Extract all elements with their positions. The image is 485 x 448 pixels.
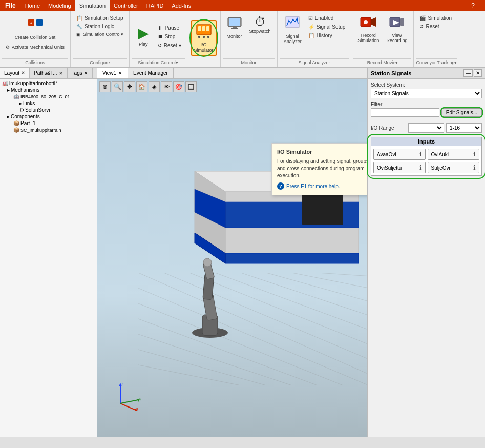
pause-button[interactable]: ⏸ Pause <box>155 24 184 32</box>
tree-solun[interactable]: ⚙ SolunSorvi <box>1 107 96 113</box>
ribbon-monitor: Monitor ⏱ Stopwatch Monitor <box>221 11 278 67</box>
robot-arm <box>179 248 246 340</box>
collisions-buttons: + Create Collision Set ⚙ Activate Mechan… <box>2 12 68 58</box>
enabled-button[interactable]: ☑ Enabled <box>306 14 348 22</box>
tab-layout[interactable]: Layout ✕ <box>0 68 30 78</box>
tree-links[interactable]: ▸ Links <box>1 100 96 107</box>
tab-layout-close[interactable]: ✕ <box>21 70 25 75</box>
simulation-btn2[interactable]: 🎬 Simulation <box>417 14 454 22</box>
view-recording-icon <box>389 15 405 33</box>
menu-modeling[interactable]: Modeling <box>44 0 75 11</box>
monitor-icon <box>227 15 242 34</box>
viewport-btn2[interactable]: 🔍 <box>112 81 123 92</box>
io-simulator-button[interactable]: I/OSimulator <box>191 20 217 56</box>
tab-event-manager[interactable]: Event Manager <box>128 68 174 78</box>
ribbon-io: I/OSimulator <box>187 11 221 67</box>
main-area: Layout ✕ Paths&T... ✕ Tags ✕ 🏭 imukuppit… <box>0 68 485 437</box>
viewport-btn7[interactable]: 🎯 <box>173 81 184 92</box>
menu-file[interactable]: File <box>0 0 21 11</box>
view1-close[interactable]: ✕ <box>118 71 122 76</box>
signal-buttons: SignalAnalyzer ☑ Enabled ⚡ Signal Setup … <box>280 12 349 58</box>
monitor-button[interactable]: Monitor <box>224 13 245 41</box>
create-collision-set-button[interactable]: + Create Collision Set <box>12 13 59 43</box>
stop-button[interactable]: ⏹ Stop <box>155 33 184 40</box>
tree-sc[interactable]: 📦 SC_Imukuppitarrain <box>1 127 96 133</box>
system-select[interactable]: Station Signals <box>371 89 482 98</box>
avaa-ovi-button[interactable]: AvaaOvi ℹ <box>373 149 426 160</box>
help-icon[interactable]: ? <box>471 2 475 9</box>
activate-mechanical-button[interactable]: ⚙ Activate Mechanical Units <box>3 44 67 51</box>
view-recording-button[interactable]: ViewRecording <box>383 13 410 45</box>
menu-controller[interactable]: Controller <box>110 0 142 11</box>
tree-components[interactable]: ▸ Components <box>1 113 96 120</box>
tab-paths[interactable]: Paths&T... ✕ <box>30 68 68 78</box>
signal-setup-button[interactable]: ⚡ Signal Setup <box>306 23 348 31</box>
reset-btn2[interactable]: ↺ Reset <box>417 23 454 30</box>
menu-add-ins[interactable]: Add-Ins <box>167 0 195 11</box>
inputs-header: Inputs <box>371 137 481 146</box>
history-button[interactable]: 📋 History <box>306 32 348 39</box>
monitor-label: Monitor <box>223 58 275 66</box>
viewport[interactable]: I/O Simulator For displaying and setting… <box>97 79 367 437</box>
right-panel: Station Signals — ✕ Select System: Stati… <box>367 68 485 437</box>
stop-icon: ⏹ <box>158 34 163 39</box>
ovi-auki-button[interactable]: OviAuki ℹ <box>428 149 480 160</box>
edit-signals-button[interactable]: Edit Signals... <box>441 108 482 117</box>
io-wrap: I/OSimulator <box>191 20 217 56</box>
simulation-setup-button[interactable]: 📋 Simulation Setup <box>74 14 126 22</box>
play-button[interactable]: ▶ Play <box>133 23 154 49</box>
reset-button[interactable]: ↺ Reset ▾ <box>155 42 184 49</box>
tree-mechanisms[interactable]: ▸ Mechanisms <box>1 87 96 93</box>
viewport-btn4[interactable]: 🏠 <box>136 81 147 92</box>
sim-control-button[interactable]: ▣ Simulation Control▾ <box>74 31 126 38</box>
svg-line-26 <box>266 273 367 309</box>
minimize-icon[interactable]: — <box>477 2 483 9</box>
stopwatch-button[interactable]: ⏱ Stopwatch <box>246 13 274 36</box>
avaa-ovi-icon: ℹ <box>419 151 422 158</box>
viewport-btn6[interactable]: 👁 <box>161 81 172 92</box>
signal-col: ☑ Enabled ⚡ Signal Setup 📋 History <box>306 13 348 39</box>
io-range-filter-select[interactable] <box>408 123 444 133</box>
tab-view1[interactable]: View1 ✕ <box>97 68 128 78</box>
tab-paths-close[interactable]: ✕ <box>59 71 63 76</box>
panel-controls: — ✕ <box>463 69 482 77</box>
svg-point-48 <box>203 258 212 267</box>
tab-tags-close[interactable]: ✕ <box>84 71 88 76</box>
viewport-btn1[interactable]: ⊕ <box>99 81 111 92</box>
svg-rect-20 <box>400 18 404 26</box>
viewport-btn8[interactable]: 🔲 <box>185 81 197 92</box>
record-simulation-button[interactable]: RecordSimulation <box>354 13 382 45</box>
menu-simulation[interactable]: Simulation <box>75 0 110 11</box>
viewport-btn3[interactable]: ✥ <box>124 81 135 92</box>
axis-indicator: Z X Y <box>110 380 141 411</box>
panel-close-btn[interactable]: ✕ <box>474 69 482 77</box>
menu-home[interactable]: Home <box>21 0 44 11</box>
svg-rect-11 <box>229 18 240 26</box>
station-logic-button[interactable]: 🔧 Station Logic <box>74 23 126 30</box>
panel-minimize-btn[interactable]: — <box>463 69 473 77</box>
svg-line-34 <box>138 365 241 385</box>
tree-part1[interactable]: 📦 Part_1 <box>1 120 96 127</box>
filter-input[interactable] <box>371 108 439 117</box>
stopwatch-label: Stopwatch <box>249 29 271 34</box>
select-system-row: Select System: Station Signals <box>371 82 482 98</box>
solun-icon: ⚙ <box>19 107 24 113</box>
sulje-ovi-button[interactable]: SuljeOvi ℹ <box>428 162 480 173</box>
menu-rapid[interactable]: RAPID <box>142 0 168 11</box>
filter-row: Filter Edit Signals... <box>371 101 482 120</box>
ovi-suljettu-button[interactable]: OviSuljettu ℹ <box>373 162 426 173</box>
tab-tags[interactable]: Tags ✕ <box>68 68 93 78</box>
viewport-btn5[interactable]: ◈ <box>149 81 160 92</box>
sidebar-tree: 🏭 imukuppittarinrobotti* ▸ Mechanisms 🤖 … <box>0 79 97 437</box>
signal-analyzer-button[interactable]: SignalAnalyzer <box>281 13 305 46</box>
configure-buttons: 📋 Simulation Setup 🔧 Station Logic ▣ Sim… <box>73 12 127 58</box>
ribbon-conveyor: 🎬 Simulation ↺ Reset Conveyor Tracking▾ <box>414 11 459 67</box>
irb-icon: 🤖 <box>13 94 19 99</box>
stopwatch-icon: ⏱ <box>255 15 266 29</box>
3d-viewport[interactable]: Z X Y ⊕ 🔍 ✥ 🏠 <box>97 79 367 437</box>
svg-rect-6 <box>206 26 209 31</box>
io-range-select[interactable]: 1-16 <box>446 123 482 133</box>
tree-root[interactable]: 🏭 imukuppittarinrobotti* <box>1 80 96 87</box>
tree-irb[interactable]: 🤖 IRB4600_60_205_C_01 <box>1 93 96 100</box>
history-icon: 📋 <box>308 33 314 38</box>
